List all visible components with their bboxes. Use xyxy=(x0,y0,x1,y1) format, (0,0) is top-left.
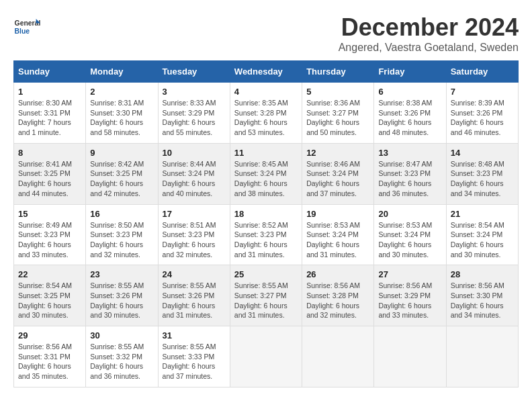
calendar-cell: 22Sunrise: 8:54 AMSunset: 3:25 PMDayligh… xyxy=(14,265,86,326)
calendar-cell: 9Sunrise: 8:42 AMSunset: 3:25 PMDaylight… xyxy=(86,143,158,204)
day-info: Sunrise: 8:49 AMSunset: 3:23 PMDaylight:… xyxy=(18,220,81,260)
calendar-cell: 5Sunrise: 8:36 AMSunset: 3:27 PMDaylight… xyxy=(302,83,374,144)
calendar-cell: 3Sunrise: 8:33 AMSunset: 3:29 PMDaylight… xyxy=(158,83,230,144)
calendar-week-row: 22Sunrise: 8:54 AMSunset: 3:25 PMDayligh… xyxy=(14,265,519,326)
day-number: 10 xyxy=(163,148,226,158)
weekday-header-sunday: Sunday xyxy=(14,61,86,83)
day-info: Sunrise: 8:55 AMSunset: 3:32 PMDaylight:… xyxy=(90,342,153,381)
weekday-header-wednesday: Wednesday xyxy=(230,61,302,83)
day-number: 3 xyxy=(163,87,226,97)
day-number: 13 xyxy=(378,148,441,158)
day-info: Sunrise: 8:39 AMSunset: 3:26 PMDaylight:… xyxy=(451,98,514,138)
calendar-cell: 16Sunrise: 8:50 AMSunset: 3:23 PMDayligh… xyxy=(86,204,158,265)
day-info: Sunrise: 8:33 AMSunset: 3:29 PMDaylight:… xyxy=(163,98,226,138)
day-number: 15 xyxy=(18,209,81,219)
calendar-cell: 10Sunrise: 8:44 AMSunset: 3:24 PMDayligh… xyxy=(158,143,230,204)
day-info: Sunrise: 8:45 AMSunset: 3:24 PMDaylight:… xyxy=(234,159,298,199)
calendar-cell: 17Sunrise: 8:51 AMSunset: 3:23 PMDayligh… xyxy=(158,204,230,265)
location-subtitle: Angered, Vaestra Goetaland, Sweden xyxy=(339,42,519,54)
day-info: Sunrise: 8:54 AMSunset: 3:25 PMDaylight:… xyxy=(18,281,81,320)
calendar-cell: 31Sunrise: 8:55 AMSunset: 3:33 PMDayligh… xyxy=(158,326,230,387)
weekday-header-friday: Friday xyxy=(374,61,446,83)
calendar-cell: 24Sunrise: 8:55 AMSunset: 3:26 PMDayligh… xyxy=(158,265,230,326)
day-number: 1 xyxy=(18,87,81,97)
day-info: Sunrise: 8:41 AMSunset: 3:25 PMDaylight:… xyxy=(18,159,81,199)
calendar-cell xyxy=(446,326,518,387)
day-info: Sunrise: 8:56 AMSunset: 3:28 PMDaylight:… xyxy=(306,281,369,320)
day-number: 12 xyxy=(306,148,369,158)
day-number: 22 xyxy=(18,269,81,279)
day-info: Sunrise: 8:52 AMSunset: 3:23 PMDaylight:… xyxy=(234,220,298,260)
calendar-cell: 15Sunrise: 8:49 AMSunset: 3:23 PMDayligh… xyxy=(14,204,86,265)
weekday-header-thursday: Thursday xyxy=(302,61,374,83)
day-info: Sunrise: 8:36 AMSunset: 3:27 PMDaylight:… xyxy=(306,98,369,138)
calendar-cell: 23Sunrise: 8:55 AMSunset: 3:26 PMDayligh… xyxy=(86,265,158,326)
calendar-cell: 29Sunrise: 8:56 AMSunset: 3:31 PMDayligh… xyxy=(14,326,86,387)
day-info: Sunrise: 8:47 AMSunset: 3:23 PMDaylight:… xyxy=(378,159,441,199)
calendar-cell: 1Sunrise: 8:30 AMSunset: 3:31 PMDaylight… xyxy=(14,83,86,144)
day-info: Sunrise: 8:55 AMSunset: 3:27 PMDaylight:… xyxy=(234,281,298,320)
day-number: 31 xyxy=(163,330,226,340)
day-number: 23 xyxy=(90,269,153,279)
calendar-week-row: 1Sunrise: 8:30 AMSunset: 3:31 PMDaylight… xyxy=(14,83,519,144)
day-info: Sunrise: 8:31 AMSunset: 3:30 PMDaylight:… xyxy=(90,98,153,138)
day-info: Sunrise: 8:54 AMSunset: 3:24 PMDaylight:… xyxy=(451,220,514,260)
month-title: December 2024 xyxy=(339,13,519,42)
calendar-cell: 6Sunrise: 8:38 AMSunset: 3:26 PMDaylight… xyxy=(374,83,446,144)
calendar-cell xyxy=(230,326,302,387)
weekday-header-row: SundayMondayTuesdayWednesdayThursdayFrid… xyxy=(14,61,519,83)
calendar-cell: 26Sunrise: 8:56 AMSunset: 3:28 PMDayligh… xyxy=(302,265,374,326)
calendar-cell: 7Sunrise: 8:39 AMSunset: 3:26 PMDaylight… xyxy=(446,83,518,144)
weekday-header-tuesday: Tuesday xyxy=(158,61,230,83)
calendar-cell: 4Sunrise: 8:35 AMSunset: 3:28 PMDaylight… xyxy=(230,83,302,144)
day-number: 25 xyxy=(234,269,298,279)
calendar-cell: 12Sunrise: 8:46 AMSunset: 3:24 PMDayligh… xyxy=(302,143,374,204)
day-info: Sunrise: 8:48 AMSunset: 3:23 PMDaylight:… xyxy=(451,159,514,199)
calendar-week-row: 8Sunrise: 8:41 AMSunset: 3:25 PMDaylight… xyxy=(14,143,519,204)
day-number: 2 xyxy=(90,87,153,97)
calendar-cell: 13Sunrise: 8:47 AMSunset: 3:23 PMDayligh… xyxy=(374,143,446,204)
calendar-cell: 25Sunrise: 8:55 AMSunset: 3:27 PMDayligh… xyxy=(230,265,302,326)
calendar-cell: 19Sunrise: 8:53 AMSunset: 3:24 PMDayligh… xyxy=(302,204,374,265)
calendar-week-row: 29Sunrise: 8:56 AMSunset: 3:31 PMDayligh… xyxy=(14,326,519,387)
weekday-header-monday: Monday xyxy=(86,61,158,83)
day-info: Sunrise: 8:56 AMSunset: 3:31 PMDaylight:… xyxy=(18,342,81,381)
svg-text:Blue: Blue xyxy=(15,28,30,35)
day-info: Sunrise: 8:55 AMSunset: 3:26 PMDaylight:… xyxy=(90,281,153,320)
day-info: Sunrise: 8:51 AMSunset: 3:23 PMDaylight:… xyxy=(163,220,226,260)
calendar-cell: 27Sunrise: 8:56 AMSunset: 3:29 PMDayligh… xyxy=(374,265,446,326)
day-number: 6 xyxy=(378,87,441,97)
day-info: Sunrise: 8:35 AMSunset: 3:28 PMDaylight:… xyxy=(234,98,298,138)
day-info: Sunrise: 8:44 AMSunset: 3:24 PMDaylight:… xyxy=(163,159,226,199)
day-number: 21 xyxy=(451,209,514,219)
logo-icon: General Blue xyxy=(13,13,40,40)
day-number: 29 xyxy=(18,330,81,340)
day-number: 19 xyxy=(306,209,369,219)
calendar-cell xyxy=(374,326,446,387)
day-number: 27 xyxy=(378,269,441,279)
day-info: Sunrise: 8:38 AMSunset: 3:26 PMDaylight:… xyxy=(378,98,441,138)
day-info: Sunrise: 8:55 AMSunset: 3:33 PMDaylight:… xyxy=(163,342,226,381)
weekday-header-saturday: Saturday xyxy=(446,61,518,83)
title-area: December 2024 Angered, Vaestra Goetaland… xyxy=(339,13,519,54)
day-number: 11 xyxy=(234,148,298,158)
calendar-table: SundayMondayTuesdayWednesdayThursdayFrid… xyxy=(13,60,519,387)
day-info: Sunrise: 8:42 AMSunset: 3:25 PMDaylight:… xyxy=(90,159,153,199)
calendar-cell: 14Sunrise: 8:48 AMSunset: 3:23 PMDayligh… xyxy=(446,143,518,204)
calendar-week-row: 15Sunrise: 8:49 AMSunset: 3:23 PMDayligh… xyxy=(14,204,519,265)
day-info: Sunrise: 8:56 AMSunset: 3:29 PMDaylight:… xyxy=(378,281,441,320)
day-info: Sunrise: 8:30 AMSunset: 3:31 PMDaylight:… xyxy=(18,98,81,138)
day-number: 5 xyxy=(306,87,369,97)
calendar-cell: 8Sunrise: 8:41 AMSunset: 3:25 PMDaylight… xyxy=(14,143,86,204)
day-number: 16 xyxy=(90,209,153,219)
day-info: Sunrise: 8:55 AMSunset: 3:26 PMDaylight:… xyxy=(163,281,226,320)
calendar-cell: 21Sunrise: 8:54 AMSunset: 3:24 PMDayligh… xyxy=(446,204,518,265)
day-number: 14 xyxy=(451,148,514,158)
day-info: Sunrise: 8:56 AMSunset: 3:30 PMDaylight:… xyxy=(451,281,514,320)
day-number: 9 xyxy=(90,148,153,158)
calendar-cell: 11Sunrise: 8:45 AMSunset: 3:24 PMDayligh… xyxy=(230,143,302,204)
day-number: 4 xyxy=(234,87,298,97)
day-number: 7 xyxy=(451,87,514,97)
day-number: 24 xyxy=(163,269,226,279)
logo: General Blue xyxy=(13,13,43,40)
